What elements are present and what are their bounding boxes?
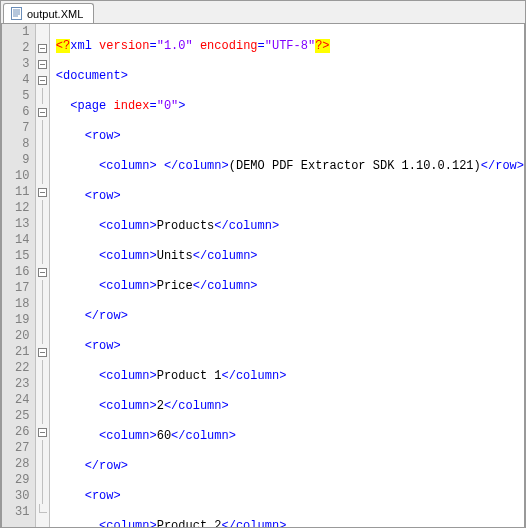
line-number: 27	[2, 440, 29, 456]
line-number: 3	[2, 56, 29, 72]
line-number: 26	[2, 424, 29, 440]
code-line: <row>	[56, 128, 524, 144]
editor-window: output.XML 1 2 3 4 5 6 7 8 9 10 11 12 13…	[0, 0, 526, 528]
code-line: <column>Units</column>	[56, 248, 524, 264]
fold-toggle-icon[interactable]	[38, 60, 47, 69]
line-number: 19	[2, 312, 29, 328]
line-number: 11	[2, 184, 29, 200]
fold-toggle-icon[interactable]	[38, 44, 47, 53]
code-line: </row>	[56, 458, 524, 474]
line-number: 6	[2, 104, 29, 120]
line-number: 8	[2, 136, 29, 152]
fold-toggle-icon[interactable]	[38, 268, 47, 277]
code-line: <column>Product 1</column>	[56, 368, 524, 384]
line-number: 4	[2, 72, 29, 88]
code-line: <column> </column>(DEMO PDF Extractor SD…	[56, 158, 524, 174]
code-editor[interactable]: 1 2 3 4 5 6 7 8 9 10 11 12 13 14 15 16 1…	[1, 23, 525, 528]
tab-bar: output.XML	[1, 1, 525, 23]
code-line: <row>	[56, 188, 524, 204]
line-number: 10	[2, 168, 29, 184]
code-line: <column>Products</column>	[56, 218, 524, 234]
line-number: 16	[2, 264, 29, 280]
tab-output-xml[interactable]: output.XML	[3, 3, 94, 23]
line-number: 5	[2, 88, 29, 104]
file-icon	[10, 7, 23, 20]
code-line: <row>	[56, 488, 524, 504]
code-line: <column>Product 2</column>	[56, 518, 524, 528]
line-number: 14	[2, 232, 29, 248]
code-area[interactable]: <?xml version="1.0" encoding="UTF-8"?> <…	[50, 24, 524, 528]
line-number: 31	[2, 504, 29, 520]
line-number: 30	[2, 488, 29, 504]
line-number: 15	[2, 248, 29, 264]
fold-toggle-icon[interactable]	[38, 188, 47, 197]
line-number: 12	[2, 200, 29, 216]
code-line: <page index="0">	[56, 98, 524, 114]
line-number: 24	[2, 392, 29, 408]
code-line: <document>	[56, 68, 524, 84]
fold-toggle-icon[interactable]	[38, 428, 47, 437]
line-gutter: 1 2 3 4 5 6 7 8 9 10 11 12 13 14 15 16 1…	[2, 24, 36, 528]
code-line: <column>2</column>	[56, 398, 524, 414]
line-number: 21	[2, 344, 29, 360]
line-number: 2	[2, 40, 29, 56]
line-number: 28	[2, 456, 29, 472]
line-number: 7	[2, 120, 29, 136]
tab-label: output.XML	[27, 8, 83, 20]
line-number: 1	[2, 24, 29, 40]
code-line: </row>	[56, 308, 524, 324]
code-line: <column>60</column>	[56, 428, 524, 444]
fold-toggle-icon[interactable]	[38, 108, 47, 117]
line-number: 18	[2, 296, 29, 312]
line-number: 13	[2, 216, 29, 232]
line-number: 22	[2, 360, 29, 376]
code-line: <row>	[56, 338, 524, 354]
line-number: 29	[2, 472, 29, 488]
line-number: 20	[2, 328, 29, 344]
fold-gutter	[36, 24, 49, 528]
fold-toggle-icon[interactable]	[38, 348, 47, 357]
line-number: 23	[2, 376, 29, 392]
fold-toggle-icon[interactable]	[38, 76, 47, 85]
code-line: <?xml version="1.0" encoding="UTF-8"?>	[56, 38, 524, 54]
line-number: 9	[2, 152, 29, 168]
line-number: 25	[2, 408, 29, 424]
code-line: <column>Price</column>	[56, 278, 524, 294]
line-number: 17	[2, 280, 29, 296]
